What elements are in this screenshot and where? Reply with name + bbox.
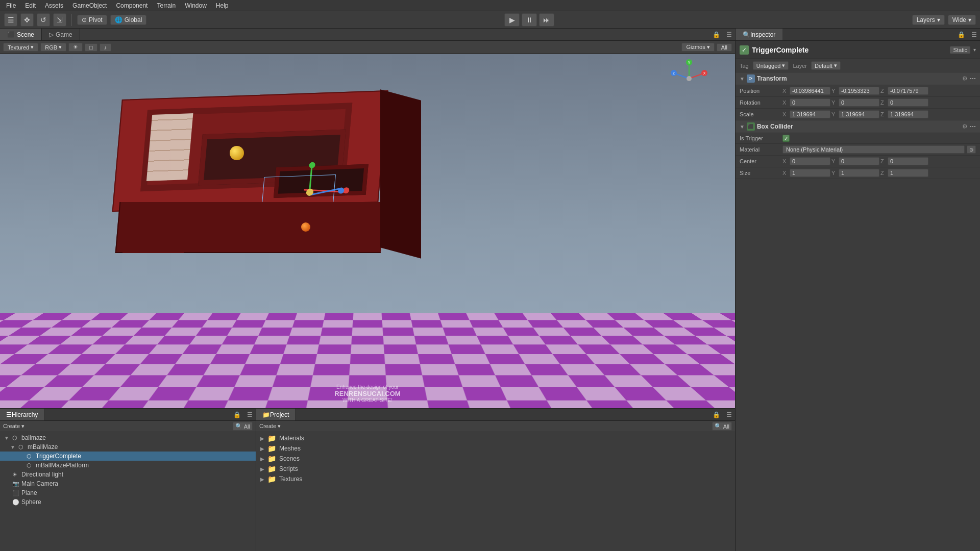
- center-z-input[interactable]: [888, 157, 928, 165]
- hierarchy-item-maincamera[interactable]: 📷 Main Camera: [0, 479, 256, 488]
- scene-view-toolbar: Textured ▾ RGB ▾ ☀ □ ♪ Gizmos ▾ All: [0, 41, 735, 54]
- scale-x-input[interactable]: [790, 110, 830, 118]
- scene-viewport[interactable]: Y X Z Enhance the desig: [0, 54, 735, 408]
- object-active-checkbox[interactable]: ✓: [740, 45, 749, 55]
- project-folder-textures[interactable]: ▶ 📁 Textures: [256, 474, 735, 484]
- play-button[interactable]: ▶: [504, 13, 520, 27]
- transform-more-icon[interactable]: ⋯: [970, 75, 976, 82]
- hierarchy-item-sphere[interactable]: ⚪ Sphere: [0, 497, 256, 507]
- pos-z-input[interactable]: [888, 87, 928, 95]
- material-picker-button[interactable]: ⊙: [967, 145, 976, 154]
- global-dropdown[interactable]: 🌐 Global: [110, 15, 147, 25]
- size-y-input[interactable]: [839, 169, 879, 177]
- rot-y-input[interactable]: [839, 98, 879, 107]
- tab-scene[interactable]: ⬛ Scene: [0, 29, 42, 40]
- hierarchy-item-triggercomplete[interactable]: ⬡ TriggerComplete: [0, 452, 256, 461]
- project-lock-icon[interactable]: 🔒: [709, 411, 723, 418]
- pos-x-input[interactable]: [790, 87, 830, 95]
- scene-floor: [0, 313, 735, 408]
- audio-button[interactable]: ♪: [100, 43, 112, 52]
- toolbar-sep1: [71, 14, 72, 26]
- sphere-label: Sphere: [21, 498, 41, 506]
- wide-dropdown[interactable]: Wide ▾: [948, 15, 976, 25]
- pivot-dropdown[interactable]: ⊙ Pivot: [77, 15, 107, 25]
- size-z-input[interactable]: [888, 169, 928, 177]
- sun-button[interactable]: ☀: [68, 43, 83, 52]
- tab-lock-icon[interactable]: 🔒: [709, 31, 723, 38]
- hierarchy-item-directionallight[interactable]: ☀ Directional light: [0, 470, 256, 479]
- transform-component-header[interactable]: ▼ ⟳ Transform ⚙ ⋯: [736, 72, 980, 85]
- global-label: Global: [125, 16, 142, 23]
- material-input[interactable]: [782, 145, 965, 154]
- hand-tool-button[interactable]: ☰: [4, 13, 17, 27]
- tag-dropdown[interactable]: Untagged ▾: [753, 61, 789, 70]
- menu-gameobject[interactable]: GameObject: [68, 1, 111, 10]
- project-folder-meshes[interactable]: ▶ 📁 Meshes: [256, 443, 735, 454]
- menu-help[interactable]: Help: [212, 1, 233, 10]
- project-tab[interactable]: 📁 Project: [256, 409, 296, 420]
- hierarchy-item-mballmazeplatform[interactable]: ⬡ mBallMazePlatform: [0, 461, 256, 470]
- project-folder-scripts[interactable]: ▶ 📁 Scripts: [256, 464, 735, 474]
- hierarchy-tab[interactable]: ☰ Hierarchy: [0, 409, 44, 420]
- wide-label: Wide: [952, 16, 966, 23]
- transform-settings-icon[interactable]: ⚙: [962, 75, 968, 82]
- size-y-label: Y: [831, 170, 838, 176]
- center-y-input[interactable]: [839, 157, 879, 165]
- rot-y-label: Y: [831, 99, 838, 106]
- ball-sphere: [230, 146, 244, 160]
- size-x-input[interactable]: [790, 169, 830, 177]
- project-create-button[interactable]: Create ▾: [259, 423, 281, 430]
- layer-dropdown[interactable]: Default ▾: [811, 61, 841, 70]
- inspector-tab[interactable]: 🔍 Inspector: [736, 29, 782, 40]
- textured-dropdown[interactable]: Textured ▾: [3, 43, 38, 52]
- all-button[interactable]: All: [717, 43, 732, 52]
- pause-button[interactable]: ⏸: [522, 13, 537, 27]
- menu-file[interactable]: File: [2, 1, 20, 10]
- scale-tool-button[interactable]: ⇲: [53, 13, 66, 27]
- gizmos-dropdown[interactable]: Gizmos ▾: [681, 43, 714, 52]
- menu-assets[interactable]: Assets: [41, 1, 67, 10]
- pivot-label: Pivot: [89, 16, 103, 23]
- scale-field: X Y Z: [782, 110, 976, 118]
- scale-y-label: Y: [831, 111, 838, 117]
- menu-component[interactable]: Component: [112, 1, 152, 10]
- boxcollider-settings-icon[interactable]: ⚙: [962, 123, 968, 130]
- hierarchy-create-button[interactable]: Create ▾: [3, 423, 24, 430]
- inspector-lock-icon[interactable]: 🔒: [954, 31, 968, 38]
- tab-menu-icon[interactable]: ☰: [723, 31, 735, 38]
- pos-y-input[interactable]: [839, 87, 879, 95]
- hierarchy-search-box[interactable]: 🔍 All: [233, 422, 253, 431]
- center-x-input[interactable]: [790, 157, 830, 165]
- hierarchy-item-ballmaze[interactable]: ▼ ⬡ ballmaze: [0, 433, 256, 442]
- static-dropdown-icon[interactable]: ▾: [973, 47, 976, 53]
- rot-x-input[interactable]: [790, 98, 830, 107]
- hierarchy-item-mballmaze[interactable]: ▼ ⬡ mBallMaze: [0, 442, 256, 452]
- inspector-menu-icon[interactable]: ☰: [968, 31, 980, 38]
- menu-edit[interactable]: Edit: [21, 1, 40, 10]
- center-field: X Y Z: [782, 157, 976, 165]
- tab-game[interactable]: ▷ Game: [42, 29, 80, 40]
- scale-y-input[interactable]: [839, 110, 879, 118]
- hierarchy-item-plane[interactable]: ⬛ Plane: [0, 488, 256, 497]
- rgb-dropdown[interactable]: RGB ▾: [40, 43, 66, 52]
- project-search-box[interactable]: 🔍 All: [712, 422, 732, 431]
- project-folder-scenes[interactable]: ▶ 📁 Scenes: [256, 454, 735, 464]
- rot-z-input[interactable]: [888, 98, 928, 107]
- hierarchy-lock-icon[interactable]: 🔒: [230, 411, 244, 418]
- scale-z-input[interactable]: [888, 110, 928, 118]
- hierarchy-menu-icon[interactable]: ☰: [244, 411, 256, 418]
- boxcollider-more-icon[interactable]: ⋯: [970, 123, 976, 130]
- game-tab-label: Game: [56, 31, 72, 38]
- project-folder-materials[interactable]: ▶ 📁 Materials: [256, 433, 735, 443]
- camera-button[interactable]: □: [85, 43, 97, 52]
- is-trigger-checkbox[interactable]: ✓: [782, 135, 790, 142]
- project-menu-icon[interactable]: ☰: [723, 411, 735, 418]
- menu-terrain[interactable]: Terrain: [153, 1, 180, 10]
- step-button[interactable]: ⏭: [539, 13, 554, 27]
- move-tool-button[interactable]: ✥: [20, 13, 34, 27]
- boxcollider-component-header[interactable]: ▼ ⬛ Box Collider ⚙ ⋯: [736, 120, 980, 133]
- layers-dropdown[interactable]: Layers ▾: [912, 15, 945, 25]
- rotate-tool-button[interactable]: ↺: [37, 13, 50, 27]
- folder-icon-scenes: 📁: [267, 455, 276, 463]
- menu-window[interactable]: Window: [181, 1, 211, 10]
